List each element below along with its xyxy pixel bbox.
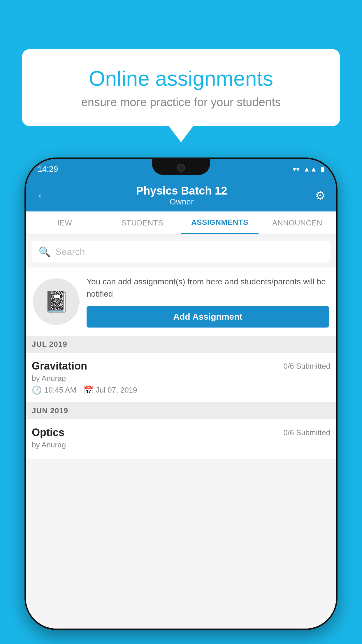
status-time: 14:29 <box>38 164 58 174</box>
date-info-gravitation: 📅 Jul 07, 2019 <box>83 385 137 395</box>
clock-icon: 🕐 <box>32 385 42 395</box>
battery-icon: ▮ <box>321 165 324 173</box>
assignment-date-gravitation: Jul 07, 2019 <box>96 386 137 395</box>
section-header-jun: JUN 2019 <box>26 402 336 419</box>
assignment-row1: Gravitation 0/6 Submitted <box>32 360 330 372</box>
header-title: Physics Batch 12 <box>136 185 227 197</box>
app-header: ← Physics Batch 12 Owner ⚙ <box>26 179 336 211</box>
assignment-row1-optics: Optics 0/6 Submitted <box>32 426 330 439</box>
assignment-by-gravitation: by Anurag <box>32 374 330 383</box>
phone-notch <box>152 159 210 175</box>
speech-bubble-title: Online assignments <box>45 66 317 90</box>
assignment-time-gravitation: 10:45 AM <box>44 386 76 395</box>
phone-screen: 14:29 ▾▾ ▲▲ ▮ ← Physics Batch 12 Owner ⚙… <box>26 159 336 629</box>
assignment-submitted-gravitation: 0/6 Submitted <box>284 362 330 371</box>
header-subtitle: Owner <box>136 197 227 206</box>
search-placeholder: Search <box>55 246 85 257</box>
tab-students[interactable]: STUDENTS <box>103 211 181 234</box>
phone-camera <box>177 164 185 172</box>
search-bar[interactable]: 🔍 Search <box>31 241 331 263</box>
assignment-name-gravitation: Gravitation <box>32 360 87 372</box>
header-center: Physics Batch 12 Owner <box>136 185 227 206</box>
speech-bubble-container: Online assignments ensure more practice … <box>22 49 340 126</box>
speech-bubble-subtitle: ensure more practice for your students <box>45 96 317 109</box>
section-header-jul: JUL 2019 <box>26 336 336 353</box>
calendar-icon: 📅 <box>83 385 94 395</box>
gear-icon[interactable]: ⚙ <box>315 189 326 202</box>
speech-bubble: Online assignments ensure more practice … <box>22 49 340 126</box>
assignment-item-gravitation[interactable]: Gravitation 0/6 Submitted by Anurag 🕐 10… <box>26 353 336 402</box>
assignment-item-optics[interactable]: Optics 0/6 Submitted by Anurag <box>26 419 336 459</box>
add-assignment-button[interactable]: Add Assignment <box>87 306 329 328</box>
notebook-icon: 📓 <box>44 290 69 314</box>
assignment-name-optics: Optics <box>32 426 64 439</box>
add-assignment-promo: 📓 You can add assignment(s) from here an… <box>26 267 336 336</box>
promo-right: You can add assignment(s) from here and … <box>87 276 329 328</box>
promo-icon-circle: 📓 <box>33 278 80 325</box>
tab-iew[interactable]: IEW <box>26 211 103 234</box>
status-icons: ▾▾ ▲▲ ▮ <box>293 165 324 173</box>
back-button[interactable]: ← <box>36 189 48 202</box>
tabs-bar: IEW STUDENTS ASSIGNMENTS ANNOUNCEN <box>26 211 336 235</box>
wifi-icon: ▾▾ <box>293 165 300 173</box>
assignment-meta-gravitation: 🕐 10:45 AM 📅 Jul 07, 2019 <box>32 385 330 395</box>
phone-frame: 14:29 ▾▾ ▲▲ ▮ ← Physics Batch 12 Owner ⚙… <box>24 158 338 630</box>
assignment-by-optics: by Anurag <box>32 440 330 449</box>
time-info-gravitation: 🕐 10:45 AM <box>32 385 76 395</box>
tab-announcements[interactable]: ANNOUNCEN <box>259 211 336 234</box>
tab-assignments[interactable]: ASSIGNMENTS <box>181 211 259 234</box>
phone-content: 🔍 Search 📓 You can add assignment(s) fro… <box>26 235 336 629</box>
search-icon: 🔍 <box>38 246 51 258</box>
signal-icon: ▲▲ <box>303 165 317 173</box>
promo-text: You can add assignment(s) from here and … <box>87 276 329 300</box>
assignment-submitted-optics: 0/6 Submitted <box>284 428 330 437</box>
